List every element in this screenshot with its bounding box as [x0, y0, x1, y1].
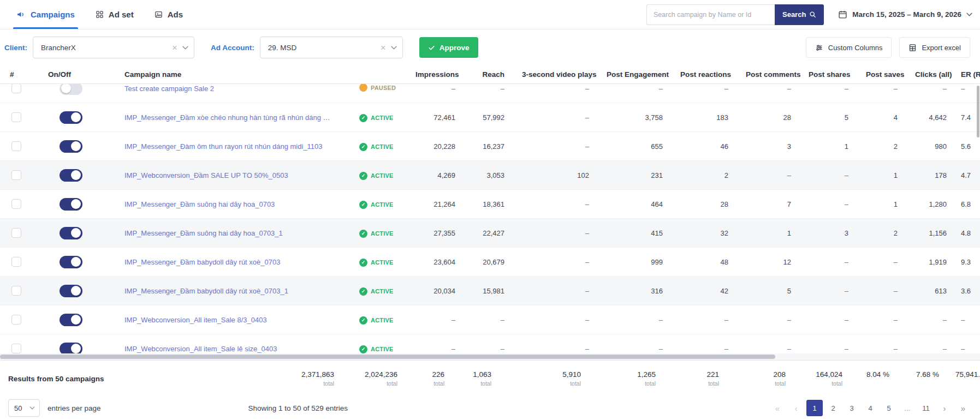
custom-columns-button[interactable]: Custom Columns	[806, 37, 892, 58]
campaign-on-off-toggle[interactable]	[60, 256, 82, 268]
status-text: ACTIVE	[371, 317, 394, 323]
pagination-page-1[interactable]: 1	[806, 400, 823, 416]
pagination-page-4[interactable]: 4	[862, 400, 878, 416]
chevron-down-icon[interactable]	[391, 46, 397, 50]
column-header-[interactable]: #	[0, 70, 33, 79]
metric-value: 183	[716, 113, 728, 122]
campaign-name-link[interactable]: IMP_Webconversion_All item_Sale 8/3_0403	[124, 316, 337, 324]
table-cell: IMP_Messenger_Đầm suông hai dây hoa_0703	[109, 200, 344, 208]
column-header-impressions[interactable]: Impressions	[407, 70, 464, 79]
vertical-scrollbar[interactable]	[977, 86, 979, 137]
metric-value: 1,156	[929, 229, 947, 237]
table-cell: 20,034	[407, 287, 464, 295]
row-checkbox[interactable]	[11, 257, 21, 267]
campaign-on-off-toggle[interactable]	[60, 198, 82, 211]
column-header-campaign-name[interactable]: Campaign name	[109, 70, 344, 79]
row-checkbox[interactable]	[11, 228, 21, 238]
campaign-on-off-toggle[interactable]	[60, 314, 82, 326]
column-header-reach[interactable]: Reach	[464, 70, 513, 79]
metric-value: –	[787, 345, 791, 353]
date-range-picker[interactable]: March 15, 2025 – March 9, 2026	[838, 10, 972, 19]
status-text: ACTIVE	[371, 172, 394, 179]
metric-value: 5	[845, 113, 848, 122]
metric-value: –	[894, 258, 898, 266]
campaign-name-link[interactable]: Test create campaign Sale 2	[124, 85, 337, 93]
campaign-name-link[interactable]: IMP_Messenger_Đầm babydoll dây rút xoè_0…	[124, 287, 337, 295]
row-checkbox[interactable]	[11, 315, 21, 325]
horizontal-scrollbar[interactable]	[0, 355, 775, 359]
pagination-page-2[interactable]: 2	[825, 400, 841, 416]
campaign-name-link[interactable]: IMP_Webconversion_All item_Sale lẻ size_…	[124, 345, 337, 353]
tab-ad-set[interactable]: Ad set	[96, 0, 134, 29]
row-checkbox[interactable]	[11, 199, 21, 209]
metric-value: 3	[845, 229, 848, 237]
search-button[interactable]: Search	[775, 4, 824, 25]
tab-ads-label: Ads	[168, 10, 183, 19]
table-cell: –	[598, 345, 672, 353]
campaign-name-link[interactable]: IMP_Messenger_Đầm xòe chéo nhung hàn tùn…	[124, 113, 337, 122]
row-checkbox[interactable]	[11, 112, 21, 122]
campaign-on-off-toggle[interactable]	[60, 343, 82, 354]
campaign-name-link[interactable]: IMP_Messenger_Đầm babydoll dây rút xoè_0…	[124, 258, 337, 266]
column-header-post-engagement[interactable]: Post Engagement	[598, 70, 672, 79]
page-size-select[interactable]: 50	[8, 399, 40, 417]
export-excel-button[interactable]: Export excel	[899, 37, 970, 58]
chevron-down-icon[interactable]	[182, 46, 188, 50]
row-checkbox[interactable]	[11, 84, 21, 93]
metric-value: 32	[721, 229, 728, 237]
campaign-on-off-toggle[interactable]	[60, 84, 82, 95]
campaign-name-link[interactable]: IMP_Messenger_Đầm suông hai dây hoa_0703	[124, 200, 337, 208]
table-cell: 28	[737, 113, 800, 122]
campaign-on-off-toggle[interactable]	[60, 140, 82, 153]
campaign-on-off-toggle[interactable]	[60, 169, 82, 182]
row-checkbox[interactable]	[11, 141, 21, 151]
table-cell: ✓ACTIVE	[344, 315, 407, 325]
client-select[interactable]: BrancherX ×	[33, 37, 194, 58]
column-header-post-comments[interactable]: Post comments	[737, 70, 800, 79]
column-header-clicks-all[interactable]: Clicks (all)	[906, 70, 955, 79]
metric-value: 655	[651, 142, 663, 151]
tab-ads[interactable]: Ads	[155, 0, 183, 29]
table-cell	[0, 84, 33, 93]
metric-value: –	[961, 345, 965, 353]
row-checkbox[interactable]	[11, 170, 21, 180]
campaign-name-link[interactable]: IMP_Messenger_Đầm suông hai dây hoa_0703…	[124, 229, 337, 237]
row-checkbox[interactable]	[11, 344, 21, 353]
tab-campaigns[interactable]: Campaigns	[16, 0, 75, 29]
showing-entries-text: Showing 1 to 50 of 529 entries	[248, 404, 348, 412]
campaign-on-off-toggle[interactable]	[60, 227, 82, 239]
table-cell: IMP_Webconversion_All item_Sale lẻ size_…	[109, 345, 344, 353]
column-header-post-saves[interactable]: Post saves	[857, 70, 906, 79]
row-checkbox[interactable]	[11, 286, 21, 296]
campaign-name-link[interactable]: IMP_Webconversion_Đầm SALE UP TO 50%_050…	[124, 171, 337, 179]
table-cell: –	[513, 258, 598, 266]
table-cell: 1	[857, 171, 906, 179]
column-header-post-reactions[interactable]: Post reactions	[672, 70, 737, 79]
column-header-on-off[interactable]: On/Off	[33, 70, 109, 79]
campaign-name-link[interactable]: IMP_Messenger_Đàm ôm thun rayon rút nhún…	[124, 142, 337, 151]
column-header-3-second-video-plays[interactable]: 3-second video plays	[513, 70, 598, 79]
pagination-next[interactable]: ›	[936, 400, 953, 416]
total-value: 226	[397, 370, 444, 379]
pagination-page-3[interactable]: 3	[844, 400, 860, 416]
campaign-on-off-toggle[interactable]	[60, 111, 82, 124]
clear-icon[interactable]: ×	[172, 43, 177, 52]
status-badge: ✓ACTIVE	[359, 316, 394, 325]
clear-icon[interactable]: ×	[381, 43, 386, 52]
search-input[interactable]	[646, 4, 775, 25]
pagination-page-5[interactable]: 5	[881, 400, 897, 416]
column-header-post-shares[interactable]: Post shares	[800, 70, 857, 79]
pagination-page-11[interactable]: 11	[918, 400, 934, 416]
campaign-on-off-toggle[interactable]	[60, 285, 82, 297]
table-cell: –	[513, 287, 598, 295]
metric-value: 20,034	[433, 287, 455, 295]
approve-button[interactable]: Approve	[419, 37, 478, 58]
metric-value: –	[724, 345, 728, 353]
table-cell: 178	[906, 171, 955, 179]
pagination-last[interactable]: »	[955, 400, 971, 416]
table-cell: –	[737, 85, 800, 93]
ad-account-select[interactable]: 29. MSD ×	[260, 37, 403, 58]
table-cell: –	[906, 316, 955, 324]
column-header-er-re[interactable]: ER (Re	[955, 70, 980, 79]
total-caption: total	[397, 380, 444, 387]
